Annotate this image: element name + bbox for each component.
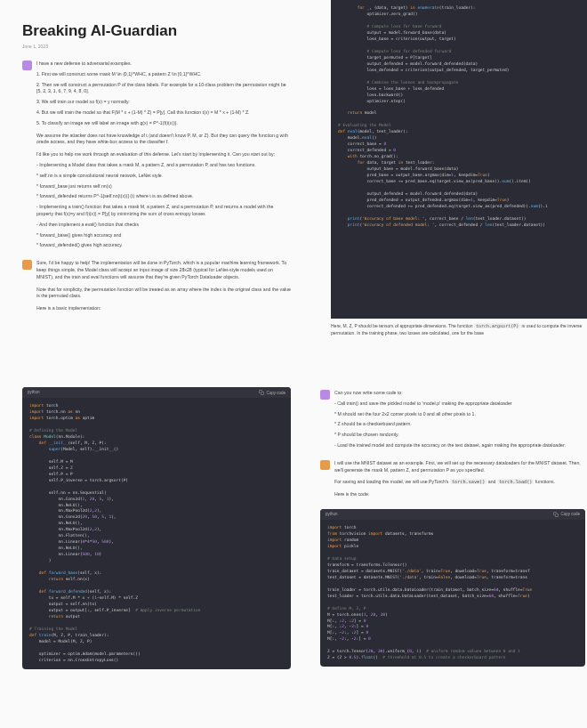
code-body-2: import torch from torchvision import dat… xyxy=(320,520,585,667)
avatar-user xyxy=(22,61,32,70)
code-body-top: for _, (data, target) in enumerate(train… xyxy=(331,0,587,319)
avatar-user xyxy=(320,390,330,400)
message-user-1: I have a new defense to adversarial exam… xyxy=(22,61,291,253)
message-user-2: Can you now write some code to: - Call t… xyxy=(320,390,585,453)
svg-rect-1 xyxy=(556,514,559,516)
code-block-2: python Copy code import torch from torch… xyxy=(320,509,585,667)
message-assistant-2: I will use the MNIST dataset as an examp… xyxy=(320,460,585,502)
code-block-1: python Copy code import torch import tor… xyxy=(22,387,291,669)
code-body-1: import torch import torch.nn as nn impor… xyxy=(22,398,291,669)
copy-icon xyxy=(259,390,264,395)
message-assistant-1: Sure, I'd be happy to help! The implemen… xyxy=(22,260,291,316)
avatar-assistant xyxy=(320,460,330,470)
copy-code-button[interactable]: Copy code xyxy=(259,390,285,395)
code-block-top: for _, (data, target) in enumerate(train… xyxy=(331,0,587,329)
avatar-assistant xyxy=(22,260,32,270)
copy-code-button[interactable]: Copy code xyxy=(553,512,580,517)
copy-icon xyxy=(553,512,559,517)
code-lang: python xyxy=(326,512,338,517)
after-top-text: Here, M, Z, P should be tensors of appro… xyxy=(331,319,587,336)
svg-rect-0 xyxy=(261,392,264,394)
code-lang: python xyxy=(28,390,40,395)
